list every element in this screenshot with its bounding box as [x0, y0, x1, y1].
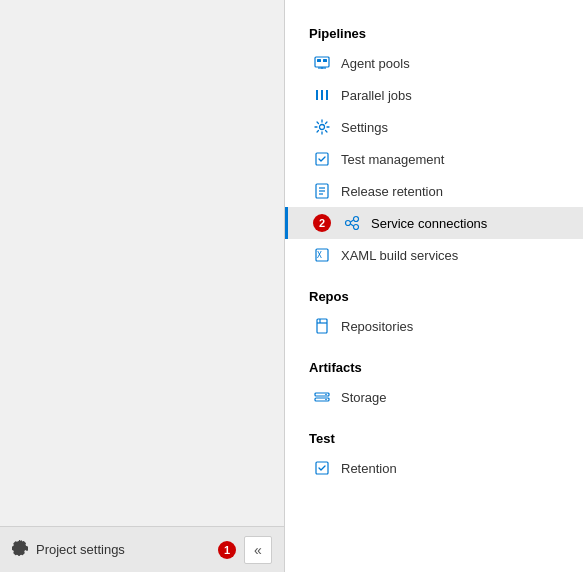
section-divider-artifacts — [285, 413, 583, 421]
menu-item-agent-pools[interactable]: Agent pools — [285, 47, 583, 79]
storage-label: Storage — [341, 390, 387, 405]
svg-point-16 — [354, 225, 359, 230]
svg-point-26 — [325, 394, 327, 396]
service-connections-label: Service connections — [371, 216, 487, 231]
repositories-label: Repositories — [341, 319, 413, 334]
svg-point-15 — [354, 217, 359, 222]
retention-label: Retention — [341, 461, 397, 476]
svg-rect-2 — [323, 59, 327, 62]
right-panel: PipelinesAgent poolsParallel jobsSetting… — [285, 0, 583, 572]
xaml-build-icon: X — [313, 246, 331, 264]
svg-line-17 — [351, 220, 354, 222]
menu-item-parallel-jobs[interactable]: Parallel jobs — [285, 79, 583, 111]
project-settings-badge: 1 — [218, 541, 236, 559]
xaml-build-services-label: XAML build services — [341, 248, 458, 263]
service-connections-icon — [343, 214, 361, 232]
menu-item-release-retention[interactable]: Release retention — [285, 175, 583, 207]
svg-rect-25 — [315, 398, 329, 401]
release-retention-label: Release retention — [341, 184, 443, 199]
test-management-icon — [313, 150, 331, 168]
release-retention-icon — [313, 182, 331, 200]
svg-rect-9 — [316, 153, 328, 165]
collapse-button[interactable]: « — [244, 536, 272, 564]
section-divider-pipelines — [285, 271, 583, 279]
svg-rect-0 — [315, 57, 329, 67]
project-settings-label: Project settings — [36, 542, 210, 557]
svg-rect-28 — [316, 462, 328, 474]
active-indicator — [285, 207, 288, 239]
svg-rect-24 — [315, 393, 329, 396]
agent-pools-label: Agent pools — [341, 56, 410, 71]
menu-item-retention[interactable]: Retention — [285, 452, 583, 484]
agent-pools-icon — [313, 54, 331, 72]
menu-item-service-connections[interactable]: 2Service connections — [285, 207, 583, 239]
repositories-icon — [313, 317, 331, 335]
svg-line-18 — [351, 224, 354, 226]
svg-point-8 — [320, 125, 325, 130]
parallel-jobs-label: Parallel jobs — [341, 88, 412, 103]
menu-item-repositories[interactable]: Repositories — [285, 310, 583, 342]
settings-icon — [313, 118, 331, 136]
test-management-label: Test management — [341, 152, 444, 167]
parallel-jobs-icon — [313, 86, 331, 104]
settings-label: Settings — [341, 120, 388, 135]
menu-item-storage[interactable]: Storage — [285, 381, 583, 413]
section-header-test: Test — [285, 421, 583, 452]
section-header-pipelines: Pipelines — [285, 16, 583, 47]
storage-icon — [313, 388, 331, 406]
svg-point-14 — [346, 221, 351, 226]
menu-item-xaml-build-services[interactable]: XXAML build services — [285, 239, 583, 271]
svg-rect-5 — [316, 90, 318, 100]
retention-icon — [313, 459, 331, 477]
section-header-artifacts: Artifacts — [285, 350, 583, 381]
svg-point-27 — [325, 399, 327, 401]
left-panel: Project settings 1 « — [0, 0, 285, 572]
project-settings-bar[interactable]: Project settings 1 « — [0, 526, 284, 572]
badge-service-connections: 2 — [313, 214, 331, 232]
gear-icon — [12, 540, 28, 560]
svg-rect-1 — [317, 59, 321, 62]
section-header-repos: Repos — [285, 279, 583, 310]
menu-item-test-management[interactable]: Test management — [285, 143, 583, 175]
svg-rect-7 — [326, 90, 328, 100]
section-divider-test — [285, 484, 583, 492]
svg-rect-6 — [321, 90, 323, 100]
svg-text:X: X — [317, 251, 322, 260]
svg-rect-21 — [317, 319, 327, 333]
menu-item-settings[interactable]: Settings — [285, 111, 583, 143]
section-divider-repos — [285, 342, 583, 350]
